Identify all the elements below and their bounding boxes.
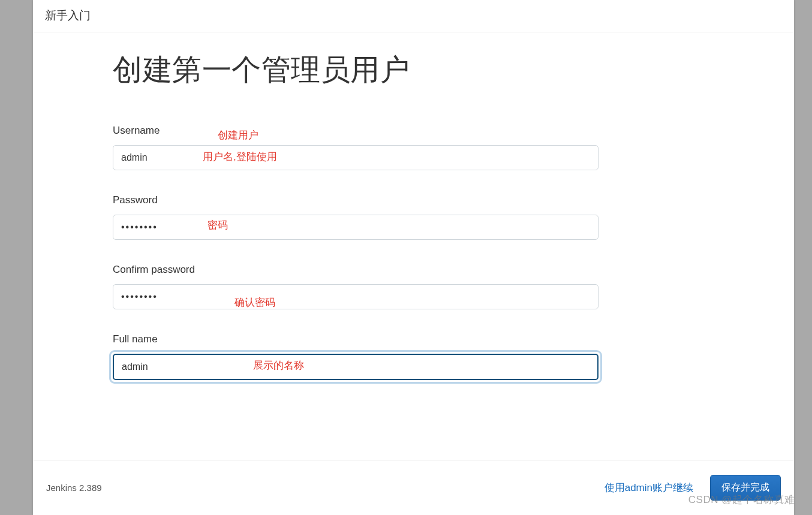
username-input[interactable]	[113, 145, 599, 170]
footer: Jenkins 2.389 使用admin账户继续 保存并完成	[33, 460, 794, 515]
save-and-finish-button[interactable]: 保存并完成	[710, 475, 781, 501]
skip-admin-link[interactable]: 使用admin账户继续	[605, 481, 693, 495]
page-title: 创建第一个管理员用户	[113, 50, 599, 90]
confirm-password-input[interactable]	[113, 284, 599, 309]
main-area: 创建第一个管理员用户 创建用户 Username 用户名,登陆使用 Passwo…	[33, 32, 794, 460]
fullname-label: Full name	[113, 333, 599, 345]
username-field-group: Username 用户名,登陆使用	[113, 125, 599, 170]
password-label: Password	[113, 194, 599, 206]
window-header: 新手入门	[33, 0, 794, 32]
content-container: 创建第一个管理员用户 创建用户 Username 用户名,登陆使用 Passwo…	[113, 32, 599, 384]
fullname-input[interactable]	[113, 354, 599, 380]
confirm-password-label: Confirm password	[113, 264, 599, 276]
version-label: Jenkins 2.389	[46, 483, 102, 493]
username-label: Username	[113, 125, 599, 137]
confirm-password-field-group: Confirm password 确认密码	[113, 264, 599, 309]
fullname-field-group: Full name 展示的名称	[113, 333, 599, 384]
fullname-focus-ring	[109, 350, 602, 384]
password-field-group: Password 密码	[113, 194, 599, 240]
setup-wizard-window: 新手入门 创建第一个管理员用户 创建用户 Username 用户名,登陆使用 P…	[33, 0, 794, 515]
footer-actions: 使用admin账户继续 保存并完成	[605, 475, 781, 501]
password-input[interactable]	[113, 215, 599, 240]
header-title: 新手入门	[45, 9, 91, 22]
